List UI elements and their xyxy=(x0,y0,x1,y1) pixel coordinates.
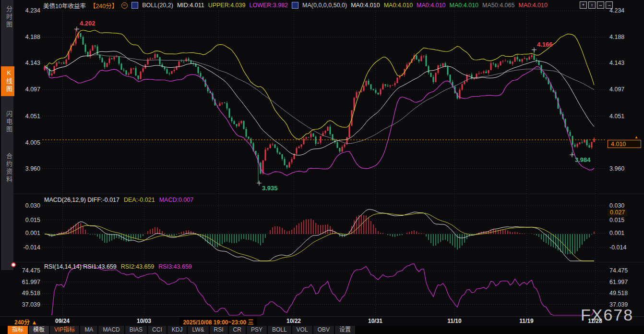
candle-body xyxy=(85,45,86,52)
toolbar-tab-8[interactable]: LW& xyxy=(188,326,208,334)
axis-tick-label: -0.014 xyxy=(609,244,626,251)
exit-right-icon[interactable]: → xyxy=(606,1,613,9)
macd-diff-value: MACD(26,12,9) DIFF:-0.017 xyxy=(44,197,119,203)
candle-body xyxy=(342,147,343,151)
candle-body xyxy=(135,68,137,76)
toolbar-tab-0[interactable]: 指标 xyxy=(8,326,28,334)
axis-tick-label: 4.143 xyxy=(609,60,624,66)
ma-value-5: MA0:4.010 xyxy=(518,2,547,9)
candle-body xyxy=(423,56,425,56)
sidebar-item-2[interactable]: 闪电图 xyxy=(1,108,14,136)
candle-body xyxy=(301,144,302,147)
candle-body xyxy=(270,145,271,148)
candle-body xyxy=(574,145,576,147)
candle-body xyxy=(490,63,492,70)
candle-body xyxy=(474,78,475,79)
candle-body xyxy=(114,57,115,60)
candle-body xyxy=(529,57,530,60)
axis-tick-label: 0.015 xyxy=(609,217,624,223)
scale-vertical-icon[interactable]: ↕ xyxy=(588,1,596,9)
toolbar-tab-10[interactable]: CR xyxy=(229,326,246,334)
toolbar-tab-2[interactable]: VIP指标 xyxy=(50,326,79,334)
candle-body xyxy=(466,75,468,82)
candle-body xyxy=(97,47,98,55)
rsi-line xyxy=(52,264,594,315)
candle-body xyxy=(450,74,451,82)
axis-tick-label: 4.005 xyxy=(25,139,40,146)
boll-upper-line xyxy=(45,30,594,139)
axis-tick-label: 4.188 xyxy=(25,34,40,40)
boll-indicator-icon[interactable] xyxy=(131,2,138,9)
candle-body xyxy=(594,138,595,142)
candle-body xyxy=(320,136,322,143)
axis-tick-label: 49.518 xyxy=(609,290,628,297)
axis-tick-label: 4.051 xyxy=(25,113,40,120)
candle-body xyxy=(584,140,585,142)
axis-tick-label: 0.001 xyxy=(25,230,40,236)
toolbar-tab-15[interactable]: 设置 xyxy=(335,326,355,334)
toolbar-tab-3[interactable]: MA xyxy=(80,326,97,334)
candle-body xyxy=(109,59,110,63)
candle-body xyxy=(370,85,372,89)
candle-body xyxy=(368,81,370,85)
boll-lower-value: LOWER:3.982 xyxy=(249,2,288,9)
candle-body xyxy=(325,131,326,133)
candle-body xyxy=(577,144,578,147)
minus-circle-icon[interactable] xyxy=(121,2,128,9)
candle-body xyxy=(546,77,547,79)
low-price-label: 3.935 xyxy=(262,185,278,192)
axis-tick-label: 3.960 xyxy=(609,165,624,172)
period-label[interactable]: 【240分】 xyxy=(90,1,118,10)
candle-body xyxy=(500,62,501,65)
candle-body xyxy=(224,103,226,103)
time-label-11/10: 11/10 xyxy=(447,318,461,324)
axis-tick-label: 0.030 xyxy=(25,202,40,209)
candle-body xyxy=(315,136,317,144)
toolbar-tab-4[interactable]: MACD xyxy=(98,326,124,334)
candle-body xyxy=(157,54,158,57)
toolbar-tab-14[interactable]: OBV xyxy=(313,326,334,334)
candle-body xyxy=(390,86,391,87)
time-label-09/24: 09/24 xyxy=(55,318,70,324)
candle-body xyxy=(243,121,245,129)
candle-body xyxy=(394,83,396,85)
candle-body xyxy=(246,129,247,136)
toolbar-tab-1[interactable]: 模板 xyxy=(29,326,49,334)
candle-body xyxy=(543,73,545,77)
sidebar-item-0[interactable]: 分时图 xyxy=(1,3,14,32)
candle-body xyxy=(572,136,573,145)
timeframe-selector[interactable]: 240分 ▲ xyxy=(14,318,37,326)
sidebar-item-1[interactable]: K线图 xyxy=(1,66,14,96)
axis-tick-label: 4.097 xyxy=(609,86,624,93)
candle-body xyxy=(517,57,518,60)
candle-body xyxy=(440,65,441,66)
toolbar-tab-7[interactable]: KDJ xyxy=(167,326,187,334)
ma-values: MA0:4.010MA0:4.010MA0:4.010MA0:4.010MA50… xyxy=(351,2,548,9)
toolbar-tab-11[interactable]: PSY xyxy=(247,326,267,334)
candle-body xyxy=(222,103,223,104)
candle-body xyxy=(181,62,182,62)
sidebar-item-3[interactable]: 合约资料 xyxy=(1,150,14,186)
rsi1-value: RSI(14,14,14) RSI1:43.659 xyxy=(44,263,117,270)
rsi2-value: RSI2:43.659 xyxy=(121,263,155,270)
move-icon[interactable]: + xyxy=(580,1,587,9)
candle-body xyxy=(291,159,293,162)
boll-lower-line xyxy=(45,66,594,175)
ma-indicator-icon[interactable] xyxy=(292,2,298,9)
toolbar-tab-6[interactable]: CCI xyxy=(148,326,167,334)
candle-body xyxy=(282,154,283,159)
candle-body xyxy=(286,165,288,168)
candle-body xyxy=(519,60,521,62)
alert-flash-icon[interactable] xyxy=(11,262,16,267)
toolbar-tab-9[interactable]: RSI xyxy=(210,326,228,334)
time-label-11/19: 11/19 xyxy=(519,318,533,324)
candle-body xyxy=(426,56,427,66)
candle-body xyxy=(349,125,350,137)
scale-horizontal-icon[interactable]: ↔ xyxy=(597,1,604,9)
toolbar-tab-13[interactable]: VOL xyxy=(292,326,312,334)
toolbar-tab-5[interactable]: BIAS xyxy=(125,326,147,334)
axis-tick-label: 4.097 xyxy=(25,86,40,93)
candle-body xyxy=(512,62,513,64)
candle-body xyxy=(107,63,108,67)
toolbar-tab-12[interactable]: BOLL xyxy=(268,326,291,334)
